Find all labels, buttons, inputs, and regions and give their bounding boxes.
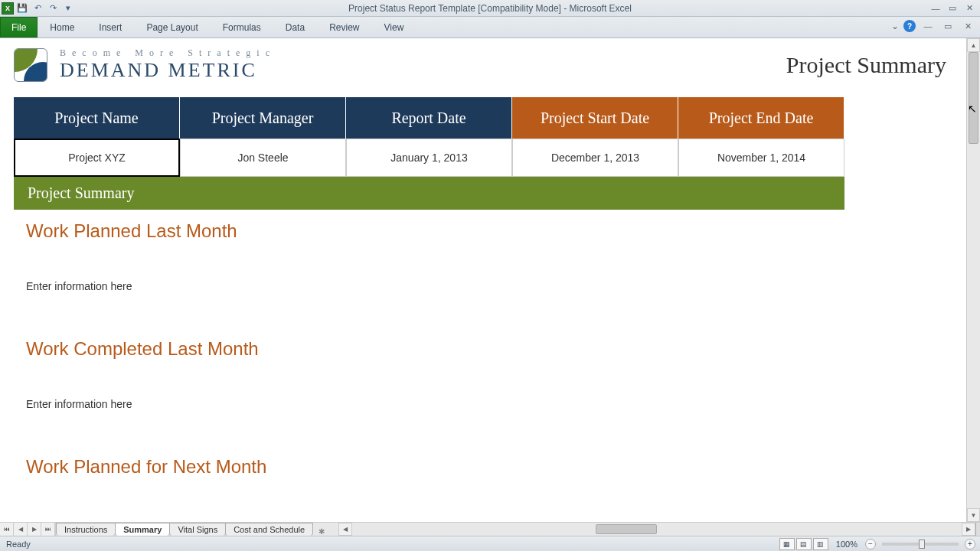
col-header-end-date: Project End Date [678, 97, 844, 139]
tab-view[interactable]: View [372, 17, 416, 37]
sheet-tab-instructions[interactable]: Instructions [56, 523, 116, 536]
spreadsheet-area[interactable]: Become More Strategic DEMAND METRIC Proj… [0, 38, 966, 522]
doc-restore-button[interactable]: ▭ [940, 20, 956, 32]
ribbon: File Home Insert Page Layout Formulas Da… [0, 17, 980, 38]
hscroll-splitter[interactable] [975, 523, 980, 536]
tab-insert[interactable]: Insert [87, 17, 134, 37]
file-tab[interactable]: File [0, 17, 38, 37]
sheet-tab-summary[interactable]: Summary [115, 523, 170, 536]
sheet-tab-bar: ⏮ ◀ ▶ ⏭ Instructions Summary Vital Signs… [0, 522, 980, 536]
qat-more-button[interactable]: ▾ [61, 2, 75, 15]
col-header-project-manager: Project Manager [180, 97, 346, 139]
col-header-start-date: Project Start Date [512, 97, 678, 139]
redo-button[interactable]: ↷ [46, 2, 60, 15]
logo-tagline: Become More Strategic [60, 47, 276, 59]
cell-project-manager[interactable]: Jon Steele [180, 139, 346, 177]
hscroll-thumb[interactable] [596, 524, 657, 534]
sheet-nav-next[interactable]: ▶ [28, 523, 41, 536]
zoom-percent[interactable]: 100% [830, 540, 864, 549]
excel-icon: X [2, 2, 14, 15]
close-button[interactable]: ✕ [962, 2, 977, 15]
heading-work-planned-next: Work Planned for Next Month [26, 456, 952, 478]
logo-brand: DEMAND METRIC [60, 59, 276, 82]
tab-data[interactable]: Data [273, 17, 317, 37]
status-ready: Ready [0, 540, 31, 549]
save-button[interactable]: 💾 [15, 2, 29, 15]
scroll-down-button[interactable]: ▼ [967, 508, 980, 522]
zoom-out-button[interactable]: − [865, 539, 876, 549]
minimize-button[interactable]: — [928, 2, 943, 15]
sheet-nav-first[interactable]: ⏮ [0, 523, 14, 536]
cell-end-date[interactable]: November 1, 2014 [678, 139, 844, 177]
vertical-scrollbar[interactable]: ▲ ▼ [966, 38, 980, 522]
col-header-report-date: Report Date [346, 97, 512, 139]
text-work-completed-last[interactable]: Enter information here [26, 398, 952, 410]
sheet-tab-cost-schedule[interactable]: Cost and Schedule [225, 523, 313, 536]
sheet-nav-last[interactable]: ⏭ [41, 523, 55, 536]
text-work-planned-last[interactable]: Enter information here [26, 280, 952, 292]
hscroll-right-button[interactable]: ▶ [962, 523, 975, 536]
heading-work-planned-last: Work Planned Last Month [26, 220, 952, 242]
view-page-layout-button[interactable]: ▤ [796, 538, 812, 550]
sheet-nav-prev[interactable]: ◀ [14, 523, 28, 536]
cell-project-name[interactable]: Project XYZ [14, 139, 180, 177]
heading-work-completed-last: Work Completed Last Month [26, 338, 952, 360]
help-icon[interactable]: ? [903, 20, 916, 32]
tab-formulas[interactable]: Formulas [211, 17, 273, 37]
tab-home[interactable]: Home [38, 17, 87, 37]
cell-start-date[interactable]: December 1, 2013 [512, 139, 678, 177]
ribbon-minimize-icon[interactable]: ⌄ [891, 21, 899, 31]
col-header-project-name: Project Name [14, 97, 180, 139]
zoom-slider[interactable] [882, 543, 959, 546]
undo-button[interactable]: ↶ [31, 2, 44, 15]
view-page-break-button[interactable]: ▥ [813, 538, 828, 550]
sheet-tab-vital-signs[interactable]: Vital Signs [169, 523, 226, 536]
doc-close-button[interactable]: ✕ [960, 20, 975, 32]
project-info-table: Project Name Project XYZ Project Manager… [14, 97, 844, 177]
section-bar-summary: Project Summary [14, 177, 844, 210]
page-title: Project Summary [786, 52, 952, 78]
new-sheet-button[interactable]: ✱ [312, 527, 331, 536]
cell-report-date[interactable]: January 1, 2013 [346, 139, 512, 177]
hscroll-left-button[interactable]: ◀ [338, 523, 352, 536]
scroll-up-button[interactable]: ▲ [967, 38, 980, 52]
tab-page-layout[interactable]: Page Layout [134, 17, 210, 37]
view-normal-button[interactable]: ▦ [779, 538, 795, 550]
restore-button[interactable]: ▭ [945, 2, 960, 15]
window-title: Project Status Report Template [Compatib… [348, 3, 632, 14]
doc-minimize-button[interactable]: — [920, 20, 936, 32]
zoom-in-button[interactable]: + [965, 539, 975, 549]
tab-review[interactable]: Review [317, 17, 371, 37]
logo-icon [14, 48, 47, 82]
title-bar: X 💾 ↶ ↷ ▾ Project Status Report Template… [0, 0, 980, 17]
zoom-handle[interactable] [919, 540, 925, 549]
status-bar: Ready ▦ ▤ ▥ 100% − + [0, 536, 980, 551]
vscroll-thumb[interactable] [969, 52, 978, 144]
hscroll-track[interactable] [352, 523, 962, 536]
